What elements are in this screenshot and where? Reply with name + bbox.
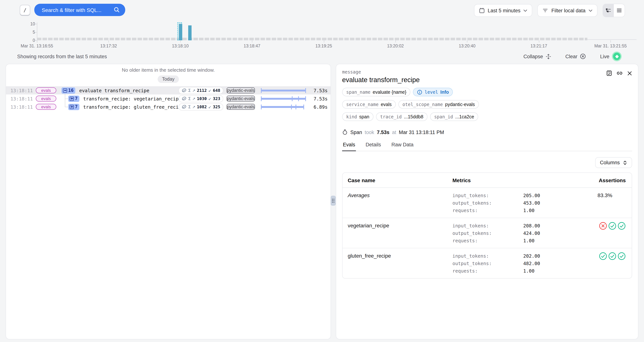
otel-scope-tag[interactable]: pydantic-evals bbox=[226, 87, 255, 93]
metric-key: input_tokens: bbox=[452, 193, 523, 198]
timing-at-word: at bbox=[392, 129, 396, 135]
expand-toggle-badge[interactable]: 7 bbox=[68, 104, 80, 110]
attribute-pill[interactable]: service_nameevals bbox=[342, 100, 396, 109]
assertion-pass-icon bbox=[608, 252, 616, 260]
service-tag[interactable]: evals bbox=[36, 87, 56, 93]
level-pill[interactable]: levelInfo bbox=[413, 88, 453, 96]
search-button-label: Search & filter with SQL... bbox=[42, 7, 102, 13]
attribute-pill[interactable]: otel_scope_namepydantic-evals bbox=[398, 100, 479, 109]
close-icon[interactable] bbox=[627, 71, 632, 76]
evals-table-row[interactable]: vegetarian_recipe input_tokens:208.00 ou… bbox=[342, 218, 632, 248]
trace-row-time: 13:18:11 bbox=[10, 96, 30, 101]
otel-scope-tag[interactable]: pydantic-evals bbox=[226, 104, 255, 110]
x-axis-tick-label: 13:20:02 bbox=[387, 44, 404, 48]
metric-key: requests: bbox=[452, 207, 523, 213]
list-view-toggle[interactable] bbox=[614, 4, 624, 17]
cost-coin-icon bbox=[182, 104, 187, 109]
arrow-up-right-icon: ↗ bbox=[192, 88, 196, 92]
x-axis-tick-label: 13:18:10 bbox=[172, 44, 189, 48]
y-axis-tick-label: 5 bbox=[2, 30, 35, 34]
attribute-pill[interactable]: trace_id...15ddb8 bbox=[376, 112, 428, 121]
attr-key: span_name bbox=[346, 89, 370, 95]
clear-label: Clear bbox=[565, 54, 578, 59]
attr-key: trace_id bbox=[380, 114, 402, 119]
attr-value: ...15ddb8 bbox=[404, 114, 423, 119]
attr-key: otel_scope_name bbox=[402, 102, 443, 107]
dock-panel-check-icon[interactable] bbox=[606, 70, 612, 76]
otel-scope-tag[interactable]: pydantic-evals bbox=[226, 96, 255, 102]
tree-view-icon bbox=[606, 8, 611, 13]
arrow-down-left-icon: ↙ bbox=[208, 96, 211, 101]
attribute-pill[interactable]: span_id...1ca2ce bbox=[430, 112, 478, 121]
service-tag[interactable]: evals bbox=[36, 104, 56, 110]
date-badge: Today bbox=[158, 75, 179, 83]
x-axis-tick bbox=[252, 40, 252, 43]
expand-toggle-badge[interactable]: 16 bbox=[62, 87, 76, 94]
filter-local-data-select[interactable]: Filter local data bbox=[538, 4, 598, 17]
y-axis-tick-label: 0 bbox=[2, 38, 35, 43]
attribute-pill[interactable]: kindspan bbox=[342, 112, 374, 121]
expand-toggle-icon bbox=[70, 105, 74, 109]
token-metrics-badge[interactable]: Σ ↗2112 ↙648 bbox=[178, 87, 223, 94]
timing-timestamp: Mar 31 13:18:11 PM bbox=[399, 129, 444, 135]
trace-row[interactable]: 13:18:11 evals 7 transform_recipe: veget… bbox=[6, 94, 330, 103]
copy-link-icon[interactable] bbox=[616, 70, 623, 76]
token-metrics-badge[interactable]: Σ ↗1030 ↙323 bbox=[178, 95, 223, 102]
x-axis-tick-label: Mar 31. 13:21:55 bbox=[594, 44, 627, 48]
attribute-pill[interactable]: span_nameevaluate {name} bbox=[342, 88, 410, 96]
stopwatch-icon bbox=[342, 129, 348, 135]
child-count: 16 bbox=[68, 88, 74, 93]
tree-connector bbox=[65, 99, 68, 99]
attribute-pills-row: kindspan trace_id...15ddb8 span_id...1ca… bbox=[342, 112, 632, 121]
timing-span-word: Span bbox=[350, 129, 362, 135]
tab-raw-data[interactable]: Raw Data bbox=[391, 142, 414, 151]
output-tokens: 2112 bbox=[197, 88, 207, 93]
columns-button[interactable]: Columns bbox=[595, 157, 632, 168]
chevron-up-down-icon bbox=[623, 160, 627, 165]
trace-row[interactable]: 13:18:11 evals 7 transform_recipe: glute… bbox=[6, 103, 330, 111]
histogram-bar[interactable] bbox=[179, 24, 182, 40]
panel-resize-handle[interactable] bbox=[330, 196, 336, 206]
attr-value: evaluate {name} bbox=[373, 89, 406, 95]
x-axis-tick bbox=[610, 40, 611, 43]
trace-row[interactable]: 13:18:11 evals 16 evaluate transform_rec… bbox=[6, 86, 330, 94]
search-button[interactable]: Search & filter with SQL... bbox=[34, 4, 125, 16]
list-view-icon bbox=[616, 8, 622, 13]
histogram-bar[interactable] bbox=[188, 25, 192, 40]
evals-table-header: Case name Metrics Assertions bbox=[342, 173, 632, 188]
evals-table-row[interactable]: Averages input_tokens:205.00 output_toke… bbox=[342, 188, 632, 218]
attr-key: span_id bbox=[434, 114, 453, 119]
span-name[interactable]: transform_recipe: vegetarian_recipe bbox=[83, 96, 178, 101]
span-name[interactable]: evaluate transform_recipe bbox=[79, 88, 178, 93]
x-axis-tick bbox=[324, 40, 324, 43]
timing-duration: 7.53s bbox=[377, 129, 390, 135]
tab-details[interactable]: Details bbox=[365, 142, 382, 151]
col-header-case-name: Case name bbox=[348, 177, 375, 183]
tree-view-toggle[interactable] bbox=[603, 4, 614, 17]
expand-toggle-badge[interactable]: 7 bbox=[68, 95, 80, 102]
col-header-assertions: Assertions bbox=[599, 177, 626, 183]
span-name[interactable]: transform_recipe: gluten_free_recipe bbox=[83, 104, 178, 110]
chart-plot[interactable] bbox=[37, 24, 636, 40]
assertions-percentage: 83.3% bbox=[598, 192, 612, 198]
status-bar: Showing records from the last 5 minutes … bbox=[0, 52, 644, 61]
token-metrics-badge[interactable]: Σ ↗1082 ↙325 bbox=[178, 103, 223, 110]
evals-table-row[interactable]: gluten_free_recipe input_tokens:202.00 o… bbox=[342, 248, 632, 278]
collapse-button[interactable]: Collapse bbox=[521, 53, 554, 60]
service-tag[interactable]: evals bbox=[36, 96, 56, 102]
x-axis-tick-label: 13:18:47 bbox=[244, 44, 260, 48]
metric-key: output_tokens: bbox=[452, 260, 523, 266]
time-range-select[interactable]: Last 5 minutes bbox=[474, 4, 532, 17]
duration-text: 7.53s bbox=[309, 96, 328, 101]
tab-evals[interactable]: Evals bbox=[342, 142, 356, 151]
clear-button[interactable]: Clear bbox=[563, 53, 588, 60]
drag-dots-icon bbox=[332, 198, 335, 203]
attr-value: span bbox=[359, 114, 369, 119]
assertion-pass-icon bbox=[618, 222, 626, 230]
y-axis-tick-label: 10 bbox=[2, 22, 35, 26]
info-icon bbox=[417, 89, 422, 95]
live-toggle-button[interactable]: Live bbox=[598, 51, 624, 62]
arrow-up-right-icon: ↗ bbox=[192, 96, 196, 101]
output-tokens: 1082 bbox=[197, 104, 207, 109]
slash-shortcut-key: / bbox=[20, 5, 30, 15]
